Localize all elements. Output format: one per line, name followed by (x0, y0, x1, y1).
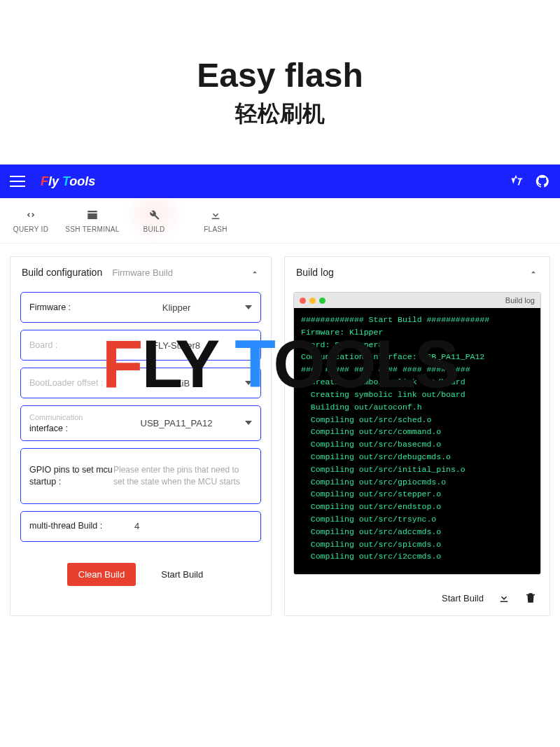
threads-input[interactable]: multi-thread Build : 4 (20, 511, 261, 542)
tab-flash[interactable]: FLASH (185, 198, 246, 243)
chevron-down-icon (245, 381, 252, 385)
clean-build-button[interactable]: Clean Build (67, 563, 136, 586)
download-icon (209, 209, 222, 221)
chevron-up-icon[interactable] (250, 267, 260, 277)
terminal-icon (86, 209, 99, 221)
hero-subtitle: 轻松刷机 (14, 99, 546, 130)
log-title: Build log (296, 267, 334, 278)
hamburger-menu-icon[interactable] (10, 174, 25, 189)
board-select[interactable]: Board : FLY-Super8 (20, 330, 261, 361)
build-config-panel: Build configuration Firmware Build Firmw… (10, 256, 272, 616)
bootloader-select[interactable]: BootLoader offset : 32 KiB (20, 368, 261, 398)
terminal-title-bar: Build log (294, 293, 540, 308)
chevron-down-icon (245, 343, 252, 347)
tab-ssh-terminal[interactable]: SSH TERMINAL (62, 198, 123, 243)
terminal-window: Build log ############# Start Build ####… (293, 292, 541, 575)
hero-title: Easy flash (14, 56, 546, 95)
translate-icon[interactable] (508, 174, 524, 189)
tab-query-id[interactable]: QUERY ID (0, 198, 62, 243)
tab-build[interactable]: BUILD (123, 198, 185, 243)
trash-icon[interactable] (524, 592, 537, 604)
hero-banner: Easy flash 轻松刷机 (0, 0, 560, 165)
firmware-select[interactable]: Firmware : Klipper (20, 292, 261, 323)
minimize-dot-icon[interactable] (309, 298, 316, 304)
start-build-button[interactable]: Start Build (150, 563, 214, 586)
download-icon[interactable] (498, 592, 510, 604)
terminal-output[interactable]: ############# Start Build ############# … (294, 308, 540, 574)
gpio-pins-input[interactable]: GPIO pins to set mcu startup : Please en… (20, 448, 261, 504)
chevron-up-icon[interactable] (528, 267, 538, 277)
github-icon[interactable] (535, 174, 550, 189)
app-brand: Fly Tools (41, 174, 95, 189)
tab-bar: QUERY ID SSH TERMINAL BUILD FLASH (0, 198, 560, 244)
comm-interface-select[interactable]: Communicationinterface : USB_PA11_PA12 (20, 405, 261, 441)
maximize-dot-icon[interactable] (319, 298, 326, 304)
code-icon (24, 209, 37, 221)
config-title: Build configuration (22, 267, 102, 278)
build-log-panel: Build log Build log ############# Start … (284, 256, 550, 616)
close-dot-icon[interactable] (300, 298, 306, 304)
app-bar: Fly Tools (0, 165, 560, 198)
chevron-down-icon (245, 421, 252, 425)
wrench-icon (148, 209, 160, 221)
config-subtitle: Firmware Build (112, 267, 173, 278)
footer-start-build-button[interactable]: Start Build (442, 593, 484, 603)
chevron-down-icon (245, 305, 252, 309)
